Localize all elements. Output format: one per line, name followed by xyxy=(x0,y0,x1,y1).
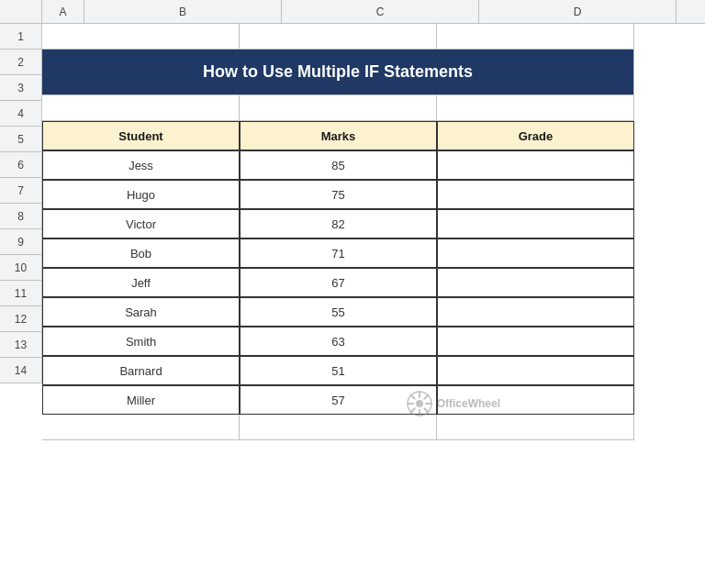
col-header-a: A xyxy=(42,0,84,23)
cell-grade-7[interactable] xyxy=(437,356,634,385)
cell-marks-4[interactable]: 67 xyxy=(240,268,437,297)
cell-marks-3[interactable]: 71 xyxy=(240,239,437,268)
cell-marks-5[interactable]: 55 xyxy=(240,297,437,327)
cell-b1[interactable] xyxy=(240,24,437,50)
cell-student-0[interactable]: Jess xyxy=(42,150,240,180)
cell-marks-8[interactable]: 57 xyxy=(240,385,437,415)
cell-student-6[interactable]: Smith xyxy=(42,327,240,356)
cell-student-3[interactable]: Bob xyxy=(42,239,240,268)
row-14 xyxy=(42,415,705,440)
row-num-9: 9 xyxy=(0,229,42,255)
cell-student-8[interactable]: Miller xyxy=(42,385,240,415)
cell-d14[interactable] xyxy=(437,415,634,440)
row-4-header: Student Marks Grade xyxy=(42,121,705,150)
header-grade: Grade xyxy=(437,121,634,150)
row-num-10: 10 xyxy=(0,255,42,281)
cell-student-1[interactable]: Hugo xyxy=(42,180,240,209)
svg-line-8 xyxy=(424,395,428,399)
spreadsheet: A B C D 1 2 3 4 5 6 7 8 9 10 11 12 13 14 xyxy=(0,0,705,588)
cell-grade-1[interactable] xyxy=(437,180,634,209)
cell-grade-4[interactable] xyxy=(437,268,634,297)
cell-b3[interactable] xyxy=(42,95,240,121)
table-row: Jess 85 xyxy=(42,150,705,180)
svg-line-9 xyxy=(410,408,414,412)
row-num-13: 13 xyxy=(0,332,42,358)
cell-c14[interactable] xyxy=(240,415,437,440)
cell-student-2[interactable]: Victor xyxy=(42,209,240,239)
grid-body: 1 2 3 4 5 6 7 8 9 10 11 12 13 14 xyxy=(0,24,705,440)
cell-student-5[interactable]: Sarah xyxy=(42,297,240,327)
title-cell: How to Use Multiple IF Statements xyxy=(42,50,634,95)
col-header-d: D xyxy=(479,0,677,23)
table-row: Barnard 51 xyxy=(42,356,705,385)
row-num-12: 12 xyxy=(0,306,42,332)
table-row: Jeff 67 xyxy=(42,268,705,297)
row-num-6: 6 xyxy=(0,152,42,178)
cell-student-4[interactable]: Jeff xyxy=(42,268,240,297)
header-marks: Marks xyxy=(240,121,437,150)
cell-grade-5[interactable] xyxy=(437,297,634,327)
row-numbers: 1 2 3 4 5 6 7 8 9 10 11 12 13 14 xyxy=(0,24,42,440)
col-header-c: C xyxy=(282,0,479,23)
cell-marks-1[interactable]: 75 xyxy=(240,180,437,209)
cell-grade-2[interactable] xyxy=(437,209,634,239)
officewheel-logo-icon xyxy=(406,390,433,417)
row-num-5: 5 xyxy=(0,127,42,152)
row-num-11: 11 xyxy=(0,281,42,306)
table-row: Miller 57 xyxy=(42,385,705,415)
table-row: Hugo 75 xyxy=(42,180,705,209)
cell-marks-6[interactable]: 63 xyxy=(240,327,437,356)
svg-line-7 xyxy=(424,408,428,412)
row-3 xyxy=(42,95,705,121)
table-row: Victor 82 xyxy=(42,209,705,239)
svg-line-6 xyxy=(410,395,414,399)
cell-grade-6[interactable] xyxy=(437,327,634,356)
header-student: Student xyxy=(42,121,240,150)
cell-marks-2[interactable]: 82 xyxy=(240,209,437,239)
svg-point-0 xyxy=(408,392,431,416)
data-area: How to Use Multiple IF Statements Studen… xyxy=(42,24,705,440)
row-num-1: 1 xyxy=(0,24,42,50)
table-row: Bob 71 xyxy=(42,239,705,268)
row-num-14: 14 xyxy=(0,358,42,383)
cell-a1[interactable] xyxy=(42,24,240,50)
row-num-2: 2 xyxy=(0,50,42,75)
row-num-7: 7 xyxy=(0,178,42,204)
cell-c3[interactable] xyxy=(240,95,437,121)
spreadsheet-title: How to Use Multiple IF Statements xyxy=(203,62,473,82)
cell-marks-0[interactable]: 85 xyxy=(240,150,437,180)
row-num-4: 4 xyxy=(0,101,42,127)
cell-grade-0[interactable] xyxy=(437,150,634,180)
svg-point-1 xyxy=(416,400,423,407)
cell-grade-3[interactable] xyxy=(437,239,634,268)
cell-marks-7[interactable]: 51 xyxy=(240,356,437,385)
cell-student-7[interactable]: Barnard xyxy=(42,356,240,385)
row-1 xyxy=(42,24,705,50)
cell-grade-8[interactable] xyxy=(437,385,634,415)
row-2: How to Use Multiple IF Statements xyxy=(42,50,705,95)
table-row: Sarah 55 xyxy=(42,297,705,327)
col-header-b: B xyxy=(84,0,282,23)
row-num-3: 3 xyxy=(0,75,42,101)
row-num-8: 8 xyxy=(0,204,42,229)
cell-b14[interactable] xyxy=(42,415,240,440)
cell-c1[interactable] xyxy=(437,24,634,50)
table-row: Smith 63 xyxy=(42,327,705,356)
cell-d3[interactable] xyxy=(437,95,634,121)
